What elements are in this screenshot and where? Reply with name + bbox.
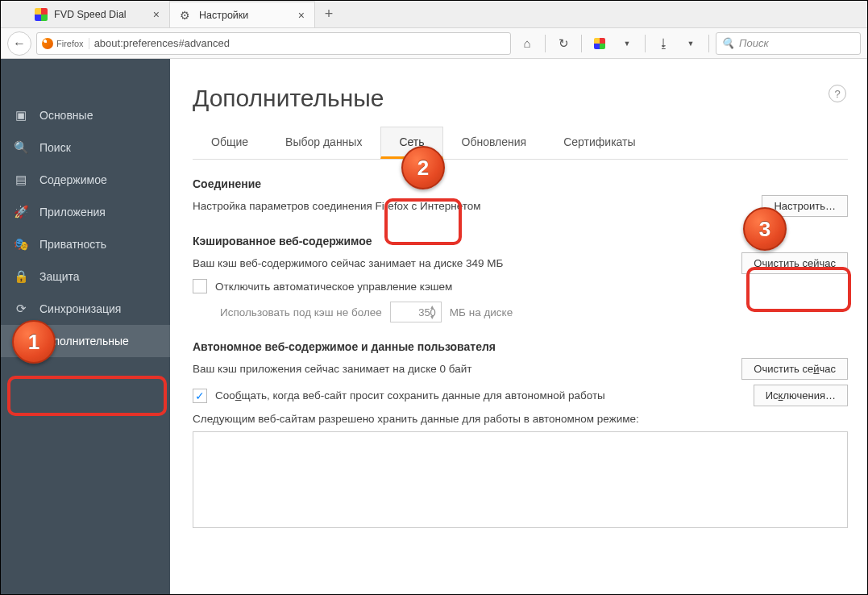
tab-label: Настройки	[199, 10, 248, 21]
override-cache-checkbox[interactable]	[193, 279, 207, 293]
gear-icon: ⚙	[180, 9, 193, 22]
sidebar-label: Дополнительные	[39, 335, 129, 347]
toolbar-separator	[581, 35, 582, 52]
sidebar-item-search[interactable]: 🔍 Поиск	[1, 131, 170, 164]
sidebar-item-security[interactable]: 🔒 Защита	[1, 260, 170, 293]
cache-title: Кэшированное веб-содержимое	[193, 235, 848, 248]
offline-exceptions-button[interactable]: Исключения…	[754, 385, 848, 406]
cache-limit-suffix: МБ на диске	[450, 306, 513, 318]
sidebar-label: Приватность	[39, 238, 106, 251]
clear-cache-button[interactable]: Очистить сейчас	[741, 252, 848, 274]
connection-settings-button[interactable]: Настроить…	[762, 195, 848, 217]
toolbar: ← Firefox about:preferences#advanced ⌂ ↻…	[1, 28, 867, 59]
downloads-dropdown-icon[interactable]: ▼	[679, 32, 702, 55]
general-icon: ▣	[14, 108, 28, 123]
tab-label: FVD Speed Dial	[54, 9, 127, 20]
content-icon: ▤	[14, 173, 28, 187]
spinner-icon[interactable]: ▲▼	[430, 304, 439, 320]
toolbar-separator	[545, 35, 546, 52]
cache-desc: Ваш кэш веб-содержимого сейчас занимает …	[193, 257, 503, 269]
flask-icon: ⚗	[14, 334, 28, 348]
notify-offline-checkbox[interactable]	[193, 389, 207, 403]
downloads-button[interactable]: ⭳	[652, 32, 675, 55]
tab-settings[interactable]: ⚙ Настройки ×	[170, 1, 315, 27]
toolbar-separator	[645, 35, 646, 52]
lock-icon: 🔒	[14, 269, 28, 284]
sidebar-item-privacy[interactable]: 🎭 Приватность	[1, 228, 170, 260]
browser-window: FVD Speed Dial × ⚙ Настройки × + ← Firef…	[0, 0, 868, 595]
body: ▣ Основные 🔍 Поиск ▤ Содержимое 🚀 Прилож…	[1, 59, 867, 594]
override-cache-label: Отключить автоматическое управление кэше…	[215, 281, 452, 293]
search-placeholder: Поиск	[739, 37, 769, 49]
fvd-favicon-icon	[35, 8, 48, 21]
rocket-icon: 🚀	[14, 205, 28, 219]
home-button[interactable]: ⌂	[516, 32, 538, 55]
sidebar-label: Содержимое	[39, 173, 107, 186]
page-title: Дополнительные	[193, 85, 848, 112]
section-cache: Кэшированное веб-содержимое Ваш кэш веб-…	[193, 235, 848, 322]
firefox-icon	[42, 38, 53, 49]
toolbar-separator	[708, 35, 709, 52]
mask-icon: 🎭	[14, 237, 28, 252]
section-offline: Автономное веб-содержимое и данные польз…	[193, 340, 848, 528]
extension-dropdown-icon[interactable]: ▼	[616, 32, 638, 55]
extension-fvd-icon[interactable]	[588, 32, 611, 55]
preferences-sidebar: ▣ Основные 🔍 Поиск ▤ Содержимое 🚀 Прилож…	[1, 59, 170, 594]
subtab-network[interactable]: Сеть	[380, 127, 442, 159]
sidebar-item-content[interactable]: ▤ Содержимое	[1, 164, 170, 196]
advanced-subtabs: Общие Выбор данных Сеть Обновления Серти…	[193, 127, 848, 160]
subtab-certificates[interactable]: Сертификаты	[545, 127, 654, 159]
back-button[interactable]: ←	[7, 31, 31, 56]
notify-offline-label: Сообщать, когда веб-сайт просит сохранит…	[215, 389, 605, 402]
offline-title: Автономное веб-содержимое и данные польз…	[193, 340, 848, 353]
sidebar-item-applications[interactable]: 🚀 Приложения	[1, 196, 170, 228]
search-icon: 🔍	[721, 37, 734, 49]
offline-sites-listbox[interactable]	[193, 431, 848, 528]
tab-fvd-speed-dial[interactable]: FVD Speed Dial ×	[25, 1, 170, 27]
section-connection: Соединение Настройка параметров соединен…	[193, 177, 848, 217]
search-icon: 🔍	[14, 140, 28, 155]
sidebar-label: Поиск	[39, 141, 71, 154]
help-button[interactable]: ?	[829, 85, 846, 102]
url-text: about:preferences#advanced	[94, 37, 230, 49]
identity-label: Firefox	[56, 39, 84, 48]
sync-icon: ⟳	[14, 302, 28, 316]
sidebar-item-advanced[interactable]: ⚗ Дополнительные	[1, 325, 170, 357]
subtab-general[interactable]: Общие	[193, 127, 267, 159]
cache-limit-input[interactable]: 350 ▲▼	[390, 302, 442, 322]
search-bar[interactable]: 🔍 Поиск	[716, 32, 861, 55]
offline-desc: Ваш кэш приложения сейчас занимает на ди…	[193, 363, 471, 375]
tab-close-icon[interactable]: ×	[298, 9, 305, 22]
sidebar-item-sync[interactable]: ⟳ Синхронизация	[1, 293, 170, 325]
preferences-content: Дополнительные ? Общие Выбор данных Сеть…	[170, 59, 867, 594]
connection-desc: Настройка параметров соединения Firefox …	[193, 200, 481, 212]
sidebar-label: Защита	[39, 270, 80, 283]
cache-limit-prefix: Использовать под кэш не более	[220, 306, 382, 318]
sidebar-item-general[interactable]: ▣ Основные	[1, 99, 170, 131]
identity-badge: Firefox	[42, 38, 89, 49]
clear-offline-button[interactable]: Очистить сейчас	[741, 358, 848, 380]
subtab-data-choices[interactable]: Выбор данных	[267, 127, 380, 159]
sidebar-label: Приложения	[39, 206, 106, 218]
tab-strip: FVD Speed Dial × ⚙ Настройки × +	[1, 1, 867, 28]
connection-title: Соединение	[193, 177, 848, 190]
sidebar-label: Основные	[39, 109, 93, 122]
url-bar[interactable]: Firefox about:preferences#advanced	[36, 32, 511, 55]
tab-close-icon[interactable]: ×	[153, 8, 160, 21]
sidebar-label: Синхронизация	[39, 302, 121, 315]
subtab-updates[interactable]: Обновления	[443, 127, 546, 159]
offline-allowed-label: Следующим веб-сайтам разрешено хранить д…	[193, 413, 848, 425]
new-tab-button[interactable]: +	[315, 1, 343, 27]
reload-button[interactable]: ↻	[552, 32, 575, 55]
